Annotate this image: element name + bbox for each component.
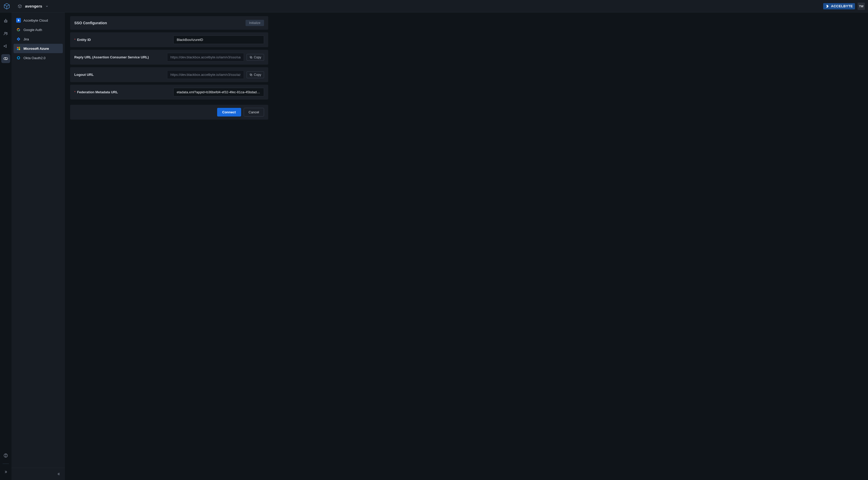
federation-metadata-url-input[interactable] [173,88,264,96]
svg-point-9 [5,456,6,457]
field-label: Reply URL (Assertion Consumer Service UR… [74,55,149,59]
svg-rect-10 [17,47,18,48]
svg-point-5 [6,33,7,34]
app-logo-icon[interactable] [3,3,10,10]
svg-rect-13 [19,49,20,50]
required-star-icon: * [74,90,75,94]
accelbyte-icon [16,18,21,23]
sidebar-item-jira[interactable]: Jira [13,34,63,44]
chevron-down-icon [45,5,49,8]
field-entity-id: * Entity ID [70,32,268,47]
initialize-button[interactable]: Initialize [246,20,264,26]
copy-label: Copy [254,73,261,76]
sidebar-item-label: Microsoft Azure [24,46,49,51]
svg-point-7 [5,59,6,60]
avatar-initials: TW [859,5,863,8]
project-selector[interactable]: avengers [18,4,49,8]
field-label: Entity ID [77,38,91,42]
rail-expand-button[interactable] [1,468,10,476]
copy-icon [249,56,253,59]
sidebar-item-label: Accelbyte Cloud [24,19,48,23]
cancel-button[interactable]: Cancel [244,108,264,117]
rail-item-users[interactable] [1,29,10,38]
logout-url-value: https://dev.blackbox.accelbyte.io/iam/v3… [167,70,244,79]
copy-icon [249,73,253,76]
copy-logout-url-button[interactable]: Copy [247,71,264,78]
svg-point-6 [5,58,6,58]
sidebar-item-label: Okta Oauth2.0 [24,56,45,60]
rail-item-integrations[interactable] [1,54,10,63]
svg-rect-11 [19,47,20,48]
rail-item-help[interactable] [1,451,10,460]
sidebar-item-accelbyte-cloud[interactable]: Accelbyte Cloud [13,15,63,25]
jira-icon [16,37,21,41]
reply-url-value: https://dev.blackbox.accelbyte.io/iam/v3… [167,53,244,62]
brand-badge[interactable]: ACCELBYTE [823,3,855,9]
microsoft-icon [16,46,21,51]
rail-item-bot[interactable] [1,17,10,26]
sidebar-item-label: Jira [24,37,29,41]
top-header: avengers ACCELBYTE TW [0,0,868,12]
sidebar-item-label: Google Auth [24,28,42,32]
svg-point-1 [5,19,6,20]
required-star-icon: * [74,38,75,42]
field-logout-url: Logout URL https://dev.blackbox.accelbyt… [70,67,268,82]
config-title: SSO Configuration [74,21,107,25]
main-content: SSO Configuration Initialize * Entity ID [65,12,868,480]
rail-item-announce[interactable] [1,42,10,51]
connect-button[interactable]: Connect [217,108,241,117]
config-header-card: SSO Configuration Initialize [70,16,268,30]
brand-label: ACCELBYTE [831,4,853,8]
sidebar-collapse-button[interactable] [56,471,62,477]
brand-icon [825,4,830,8]
field-reply-url: Reply URL (Assertion Consumer Service UR… [70,50,268,65]
field-label: Federation Metadata URL [77,90,118,94]
cube-icon [18,4,22,8]
entity-id-input[interactable] [173,35,264,44]
okta-icon [16,56,21,60]
actions-bar: Connect Cancel [70,105,268,120]
copy-reply-url-button[interactable]: Copy [247,54,264,61]
user-avatar[interactable]: TW [858,3,865,10]
copy-label: Copy [254,56,261,59]
project-name: avengers [25,4,42,8]
sidebar-item-microsoft-azure[interactable]: Microsoft Azure [13,44,63,53]
google-icon [16,27,21,32]
sidebar: Accelbyte Cloud Google Auth [11,12,65,480]
field-federation-metadata-url: * Federation Metadata URL [70,85,268,100]
sidebar-item-google-auth[interactable]: Google Auth [13,25,63,34]
field-label: Logout URL [74,73,94,76]
svg-rect-12 [17,49,18,50]
nav-rail [0,12,11,480]
sidebar-item-okta[interactable]: Okta Oauth2.0 [13,53,63,63]
svg-point-4 [4,32,6,33]
svg-point-3 [6,21,6,22]
svg-point-2 [5,21,5,22]
svg-point-14 [17,57,20,59]
